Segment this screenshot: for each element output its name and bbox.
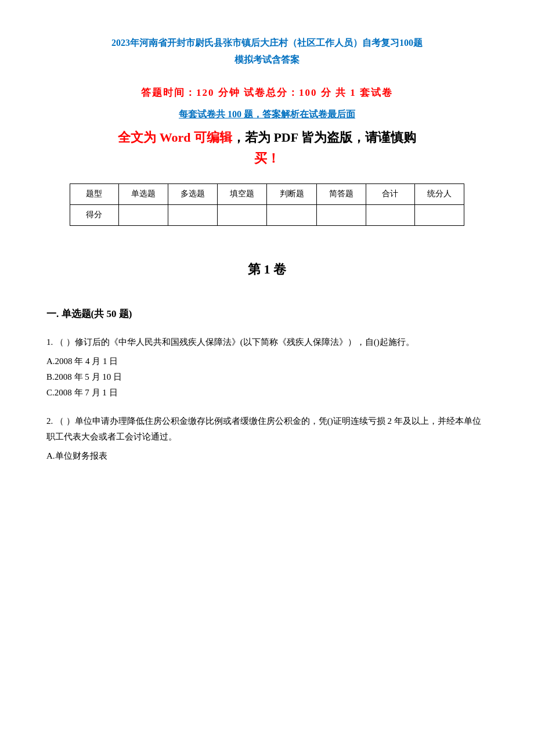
title-line2: 模拟考试含答案 bbox=[46, 52, 488, 69]
score-scorer bbox=[414, 204, 464, 225]
score-short bbox=[316, 204, 366, 225]
score-single bbox=[118, 204, 168, 225]
question-2: 2. （ ）单位申请办理降低住房公积金缴存比例或者缓缴住房公积金的，凭()证明连… bbox=[46, 413, 488, 464]
col-header-scorer: 统分人 bbox=[414, 183, 464, 204]
table-score-row: 得分 bbox=[70, 204, 464, 225]
question-2-text: 2. （ ）单位申请办理降低住房公积金缴存比例或者缓缴住房公积金的，凭()证明连… bbox=[46, 413, 488, 445]
section-title: 第 1 卷 bbox=[46, 261, 488, 278]
option-2a: A.单位财务报表 bbox=[46, 448, 488, 464]
col-header-fill: 填空题 bbox=[218, 183, 267, 204]
table-header-row: 题型 单选题 多选题 填空题 判断题 简答题 合计 统分人 bbox=[70, 183, 464, 204]
option-1a: A.2008 年 4 月 1 日 bbox=[46, 354, 488, 369]
score-table: 题型 单选题 多选题 填空题 判断题 简答题 合计 统分人 得分 bbox=[70, 183, 464, 226]
col-header-multi: 多选题 bbox=[168, 183, 218, 204]
option-1b: B.2008 年 5 月 10 日 bbox=[46, 369, 488, 385]
score-multi bbox=[168, 204, 218, 225]
question-1: 1. （ ）修订后的《中华人民共和国残疾人保障法》(以下简称《残疾人保障法》），… bbox=[46, 334, 488, 401]
col-header-type: 题型 bbox=[70, 183, 119, 204]
row-label-score: 得分 bbox=[70, 204, 119, 225]
question-type-header: 一. 单选题(共 50 题) bbox=[46, 307, 488, 321]
highlight-red-text: 全文为 Word 可编辑，若为 PDF 皆为盗版，请谨慎购 bbox=[46, 129, 488, 146]
score-fill bbox=[218, 204, 267, 225]
question-1-text: 1. （ ）修订后的《中华人民共和国残疾人保障法》(以下简称《残疾人保障法》），… bbox=[46, 334, 488, 350]
page-title: 2023年河南省开封市尉氏县张市镇后大庄村（社区工作人员）自考复习100题 模拟… bbox=[46, 35, 488, 69]
col-header-total: 合计 bbox=[366, 183, 414, 204]
title-line1: 2023年河南省开封市尉氏县张市镇后大庄村（社区工作人员）自考复习100题 bbox=[46, 35, 488, 52]
highlight-blue-text: 每套试卷共 100 题，答案解析在试卷最后面 bbox=[46, 109, 488, 121]
col-header-short: 简答题 bbox=[316, 183, 366, 204]
score-total bbox=[366, 204, 414, 225]
buy-text: 买！ bbox=[46, 150, 488, 167]
option-1c: C.2008 年 7 月 1 日 bbox=[46, 385, 488, 401]
col-header-single: 单选题 bbox=[118, 183, 168, 204]
score-judge bbox=[267, 204, 316, 225]
col-header-judge: 判断题 bbox=[267, 183, 316, 204]
exam-info: 答题时间：120 分钟 试卷总分：100 分 共 1 套试卷 bbox=[46, 86, 488, 99]
